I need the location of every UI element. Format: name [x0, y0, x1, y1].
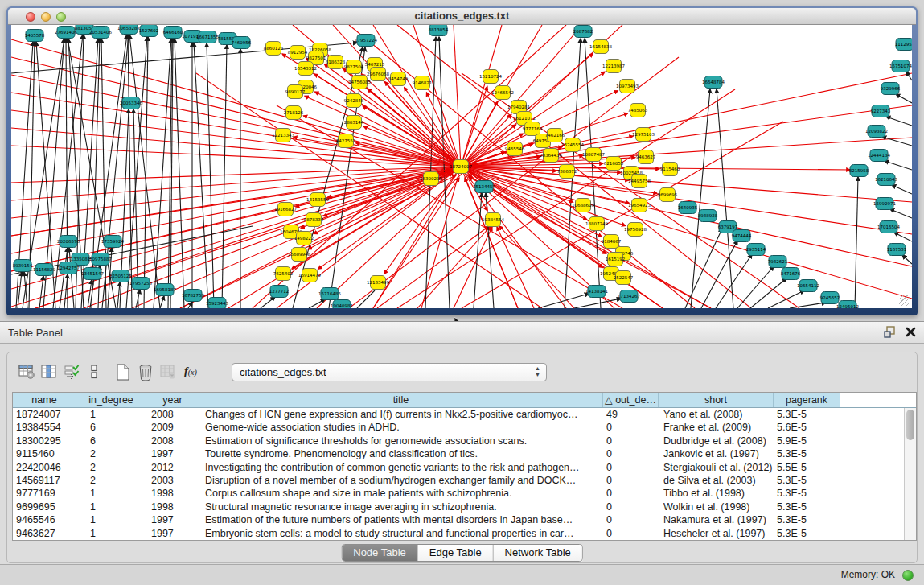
graph-node[interactable]: 9245652 — [820, 292, 840, 304]
graph-node[interactable]: 13153559 — [306, 193, 329, 207]
graph-node[interactable]: 10975887 — [89, 253, 112, 266]
graph-node[interactable]: 9184067 — [602, 235, 622, 249]
graph-node[interactable]: 1167531 — [887, 244, 907, 256]
graph-node[interactable]: 12975103 — [632, 128, 655, 142]
graph-node[interactable]: 7386372 — [557, 165, 577, 179]
table-row[interactable]: 1456911722003Disruption of a novel membe… — [13, 474, 904, 487]
column-header-pagerank[interactable]: pagerank — [774, 393, 840, 407]
column-header-year[interactable]: year — [146, 393, 199, 407]
column-pair-icon[interactable] — [83, 361, 105, 382]
graph-node[interactable]: 17359924 — [101, 236, 124, 248]
tab-network-table[interactable]: Network Table — [494, 545, 582, 561]
graph-node[interactable]: 2718126 — [284, 106, 304, 120]
graph-node[interactable]: 6466160 — [163, 27, 183, 39]
graph-node[interactable]: 17957253 — [129, 278, 152, 290]
graph-node[interactable]: 1405578 — [25, 30, 45, 42]
graph-node[interactable]: 9463627 — [636, 150, 656, 164]
graph-node[interactable]: 12213343 — [272, 129, 294, 142]
graph-node[interactable]: 1112953 — [895, 39, 912, 51]
graph-node[interactable]: 12495012 — [836, 301, 859, 309]
graph-node[interactable]: 8878334 — [304, 213, 324, 227]
graph-node[interactable]: 12213987 — [602, 60, 625, 73]
column-visibility-icon[interactable] — [38, 361, 60, 382]
graph-node[interactable]: 15716485 — [318, 288, 341, 300]
graph-node[interactable]: 10654112 — [797, 280, 819, 292]
network-graph[interactable]: 1872400718300295193845548860123891295418… — [11, 25, 912, 308]
table-settings-icon[interactable] — [15, 361, 38, 382]
graph-node[interactable]: 6216055 — [604, 157, 624, 171]
function-builder-icon[interactable]: f(x) — [179, 361, 202, 382]
graph-node[interactable]: 9465546 — [505, 142, 525, 156]
graph-node[interactable]: 16671355 — [196, 31, 219, 43]
column-header-name[interactable]: name — [13, 393, 76, 407]
graph-node[interactable]: 20053346 — [120, 97, 142, 109]
graph-node[interactable]: 9777169 — [523, 122, 543, 136]
tab-node-table[interactable]: Node Table — [342, 545, 418, 561]
scrollbar-thumb[interactable] — [906, 410, 914, 440]
graph-node[interactable]: 9227343 — [871, 105, 891, 117]
column-header-title[interactable]: title — [199, 393, 603, 407]
zoom-window-button[interactable] — [56, 12, 66, 22]
close-window-button[interactable] — [26, 12, 35, 22]
graph-node[interactable]: 15134457 — [473, 181, 495, 193]
graph-node[interactable]: 15992971 — [873, 198, 896, 210]
table-row[interactable]: 1938455462009Genome-wide association stu… — [13, 421, 904, 434]
graph-node[interactable]: 12093822 — [865, 126, 888, 138]
graph-node[interactable]: 10973493 — [616, 80, 639, 93]
resize-grip[interactable] — [899, 295, 910, 307]
graph-node[interactable]: 14138141 — [585, 286, 608, 298]
graph-node[interactable]: 12942757 — [57, 262, 80, 274]
graph-node[interactable]: 1615192 — [606, 253, 626, 266]
graph-node[interactable]: 2935114 — [746, 244, 766, 256]
graph-node[interactable]: 16245554 — [561, 138, 584, 152]
float-panel-icon[interactable] — [884, 326, 896, 338]
graph-node[interactable]: 8427552 — [336, 134, 356, 148]
graph-node[interactable]: 19756928 — [624, 223, 647, 237]
row-checklist-icon[interactable] — [60, 361, 83, 382]
graph-node[interactable]: 2087682 — [573, 26, 593, 38]
table-row[interactable]: 969969511998Structural magnetic resonanc… — [13, 501, 904, 513]
graph-node[interactable]: 20206576 — [57, 236, 80, 248]
graph-node[interactable]: 9329966 — [881, 83, 901, 95]
table-row[interactable]: 946362711997Embryonic stem cells: a mode… — [13, 527, 904, 540]
graph-node[interactable]: 34756085 — [348, 76, 371, 89]
table-selector-dropdown[interactable]: citations_edges.txt ▲▼ — [232, 363, 547, 381]
graph-node[interactable]: 1640935 — [678, 202, 698, 214]
graph-node[interactable]: 1527602 — [139, 25, 159, 37]
graph-node[interactable]: 8215958 — [849, 165, 869, 177]
graph-node[interactable]: 10653287 — [117, 25, 140, 35]
graph-node[interactable]: 16210643 — [875, 174, 897, 186]
memory-status-indicator[interactable] — [902, 570, 914, 581]
graph-node[interactable]: 8938928 — [698, 210, 718, 222]
graph-node[interactable]: 8454749 — [388, 72, 409, 86]
new-file-icon[interactable] — [112, 361, 134, 382]
graph-node[interactable]: 17957224 — [355, 35, 377, 47]
window-titlebar[interactable]: citations_edges.txt — [8, 8, 916, 25]
table-vertical-scrollbar[interactable] — [904, 408, 916, 540]
graph-node[interactable]: 7932621 — [768, 256, 788, 268]
graph-node[interactable]: 12466542 — [491, 86, 514, 100]
graph-node[interactable]: 7462166 — [545, 129, 565, 142]
graph-node[interactable]: 2803144 — [344, 116, 364, 130]
graph-node[interactable]: 18807249 — [585, 217, 608, 231]
graph-node[interactable]: 19384554 — [482, 213, 504, 227]
graph-node[interactable]: 16914479 — [298, 269, 321, 282]
graph-node[interactable]: 16648784 — [702, 76, 725, 89]
graph-node[interactable]: 8860123 — [264, 42, 284, 56]
graph-node[interactable]: 1498222 — [294, 232, 314, 245]
graph-node[interactable]: 8186328 — [326, 56, 346, 69]
graph-node[interactable]: 17134267 — [618, 290, 640, 303]
table-row[interactable]: 911546021997Tourette syndrome. Phenomeno… — [13, 447, 904, 460]
graph-node[interactable]: 1277712 — [269, 286, 290, 298]
graph-node[interactable]: 11156829 — [33, 264, 55, 276]
graph-node[interactable]: 7625402 — [273, 267, 294, 281]
graph-node[interactable]: 8939154 — [13, 260, 33, 272]
graph-node[interactable]: 13451547 — [81, 268, 104, 280]
table-row[interactable]: 946554611997Estimation of the future num… — [13, 513, 904, 526]
graph-node[interactable]: 9115460 — [660, 163, 680, 176]
column-header-out_de[interactable]: △ out_de… — [603, 393, 659, 407]
graph-node[interactable]: 9146821 — [413, 76, 433, 90]
graph-node[interactable]: 19166827 — [274, 203, 297, 216]
graph-node[interactable]: 7460956 — [232, 37, 252, 49]
table-row[interactable]: 977716911998Corpus callosum shape and si… — [13, 487, 904, 500]
